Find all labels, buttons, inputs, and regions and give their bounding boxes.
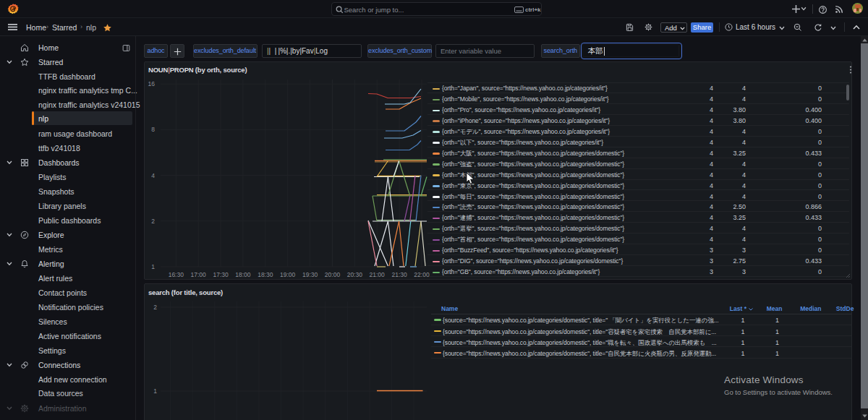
svg-text:20:30: 20:30 xyxy=(347,271,363,278)
svg-text:22:00: 22:00 xyxy=(414,271,430,278)
svg-text:18:00: 18:00 xyxy=(235,271,251,278)
svg-text:17:00: 17:00 xyxy=(191,271,207,278)
svg-text:19:00: 19:00 xyxy=(280,271,296,278)
svg-text:20:00: 20:00 xyxy=(325,271,341,278)
svg-text:16:30: 16:30 xyxy=(169,271,184,278)
svg-text:21:00: 21:00 xyxy=(370,271,386,278)
svg-text:21:30: 21:30 xyxy=(391,271,407,278)
svg-text:2: 2 xyxy=(153,304,157,311)
svg-text:1: 1 xyxy=(151,263,155,270)
svg-text:1: 1 xyxy=(153,387,157,395)
svg-text:4: 4 xyxy=(151,172,155,179)
svg-text:17:30: 17:30 xyxy=(213,271,229,278)
svg-text:19:30: 19:30 xyxy=(302,271,318,278)
svg-text:16: 16 xyxy=(148,80,156,87)
svg-text:2: 2 xyxy=(151,218,155,225)
svg-text:8: 8 xyxy=(151,126,155,133)
svg-text:18:30: 18:30 xyxy=(258,271,273,278)
